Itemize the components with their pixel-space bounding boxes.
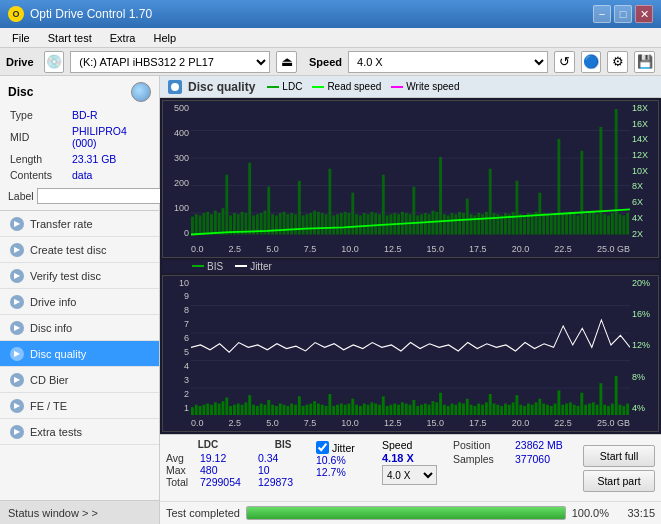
status-text: Test completed xyxy=(166,507,240,519)
refresh-button[interactable]: ↺ xyxy=(554,51,575,73)
ldc-x-labels: 0.02.55.07.510.012.515.017.520.022.525.0… xyxy=(191,241,630,257)
drive-select[interactable]: (K:) ATAPI iHBS312 2 PL17 xyxy=(70,51,270,73)
svg-rect-65 xyxy=(420,214,423,234)
svg-rect-31 xyxy=(290,213,293,235)
jitter-label: Jitter xyxy=(332,442,355,454)
svg-rect-201 xyxy=(485,402,488,415)
svg-rect-40 xyxy=(325,214,328,234)
close-button[interactable]: ✕ xyxy=(635,5,653,23)
nav-fe-te[interactable]: ▶ FE / TE xyxy=(0,393,159,419)
svg-rect-125 xyxy=(195,404,198,415)
length-label: Length xyxy=(10,152,70,166)
svg-rect-119 xyxy=(626,213,629,235)
charts-area: 5004003002001000 18X16X14X12X10X8X6X4X2X xyxy=(160,98,661,434)
speed-stats-select[interactable]: 4.0 X xyxy=(382,465,437,485)
svg-rect-91 xyxy=(519,214,522,234)
stats-area: LDC Avg 19.12 Max 480 Total 7299054 xyxy=(160,434,661,524)
speed-stats-col: Speed 4.18 X 4.0 X xyxy=(382,439,437,497)
minimize-button[interactable]: − xyxy=(593,5,611,23)
nav-disc-quality[interactable]: ▶ Disc quality xyxy=(0,341,159,367)
svg-rect-131 xyxy=(218,403,221,415)
bis-avg-val: 0.34 xyxy=(258,452,308,464)
svg-rect-216 xyxy=(542,403,545,415)
svg-rect-76 xyxy=(462,213,465,235)
menu-extra[interactable]: Extra xyxy=(102,30,144,46)
svg-rect-170 xyxy=(367,404,370,415)
bis-legend-label: BIS xyxy=(207,261,223,272)
svg-rect-77 xyxy=(466,199,469,235)
svg-rect-203 xyxy=(493,403,496,415)
svg-rect-153 xyxy=(302,405,305,415)
svg-rect-32 xyxy=(294,214,297,234)
speed-val: 4.18 X xyxy=(382,452,437,464)
ldc-chart: 5004003002001000 18X16X14X12X10X8X6X4X2X xyxy=(162,100,659,258)
svg-rect-220 xyxy=(557,390,560,415)
svg-rect-190 xyxy=(443,404,446,415)
content-area: Disc quality LDC Read speed Write speed xyxy=(160,76,661,524)
disc-info-icon: ▶ xyxy=(10,321,24,335)
menu-file[interactable]: File xyxy=(4,30,38,46)
settings-button[interactable]: ⚙ xyxy=(607,51,628,73)
read-speed-legend-dot xyxy=(312,86,324,88)
svg-rect-66 xyxy=(424,213,427,235)
drive-icon-button[interactable]: 💿 xyxy=(44,51,65,73)
menu-starttest[interactable]: Start test xyxy=(40,30,100,46)
eject-button[interactable]: ⏏ xyxy=(276,51,297,73)
svg-rect-206 xyxy=(504,403,507,415)
svg-rect-195 xyxy=(462,403,465,415)
jitter-legend-label: Jitter xyxy=(250,261,272,272)
svg-rect-234 xyxy=(611,403,614,415)
nav-cd-bier[interactable]: ▶ CD Bier xyxy=(0,367,159,393)
svg-rect-110 xyxy=(592,212,595,235)
save-button[interactable]: 💾 xyxy=(634,51,655,73)
svg-rect-67 xyxy=(428,214,431,234)
jitter-legend-dot xyxy=(235,265,247,267)
svg-rect-232 xyxy=(603,404,606,415)
nav-create-test-disc[interactable]: ▶ Create test disc xyxy=(0,237,159,263)
jitter-avg-val: 10.6% xyxy=(316,454,366,466)
disc-panel-title: Disc xyxy=(8,85,33,99)
time-display: 33:15 xyxy=(615,507,655,519)
svg-rect-163 xyxy=(340,403,343,415)
svg-point-0 xyxy=(171,83,179,91)
nav-verify-test-disc-label: Verify test disc xyxy=(30,270,101,282)
nav-verify-test-disc[interactable]: ▶ Verify test disc xyxy=(0,263,159,289)
nav-disc-info[interactable]: ▶ Disc info xyxy=(0,315,159,341)
svg-rect-218 xyxy=(550,405,553,415)
jitter-stats-col: Jitter 10.6% 12.7% xyxy=(316,439,366,497)
svg-rect-205 xyxy=(500,405,503,415)
svg-rect-159 xyxy=(325,405,328,415)
chart2-legend: BIS Jitter xyxy=(162,260,659,273)
svg-rect-41 xyxy=(328,169,331,235)
svg-rect-148 xyxy=(283,404,286,415)
svg-rect-156 xyxy=(313,401,316,415)
svg-rect-118 xyxy=(622,215,625,234)
ldc-total-val: 7299054 xyxy=(200,476,250,488)
nav-drive-info[interactable]: ▶ Drive info xyxy=(0,289,159,315)
disc-label-input[interactable] xyxy=(37,188,170,204)
speed-select[interactable]: 4.0 X xyxy=(348,51,548,73)
svg-rect-36 xyxy=(309,213,312,235)
svg-rect-204 xyxy=(496,404,499,415)
start-part-button[interactable]: Start part xyxy=(583,470,655,492)
svg-rect-80 xyxy=(477,213,480,235)
menu-help[interactable]: Help xyxy=(145,30,184,46)
maximize-button[interactable]: □ xyxy=(614,5,632,23)
nav-transfer-rate[interactable]: ▶ Transfer rate xyxy=(0,211,159,237)
svg-rect-99 xyxy=(550,215,553,234)
svg-rect-74 xyxy=(454,214,457,234)
disc-button[interactable]: 🔵 xyxy=(581,51,602,73)
svg-rect-172 xyxy=(374,403,377,415)
svg-rect-53 xyxy=(374,213,377,235)
samples-val: 377060 xyxy=(515,453,550,465)
jitter-checkbox[interactable] xyxy=(316,441,329,454)
nav-create-test-disc-label: Create test disc xyxy=(30,244,106,256)
svg-rect-237 xyxy=(622,405,625,415)
svg-rect-5 xyxy=(191,217,194,235)
status-window-bar[interactable]: Status window > > xyxy=(0,500,159,524)
svg-rect-11 xyxy=(214,211,217,235)
nav-extra-tests[interactable]: ▶ Extra tests xyxy=(0,419,159,445)
svg-rect-226 xyxy=(580,392,583,415)
svg-rect-35 xyxy=(306,214,309,234)
start-full-button[interactable]: Start full xyxy=(583,445,655,467)
